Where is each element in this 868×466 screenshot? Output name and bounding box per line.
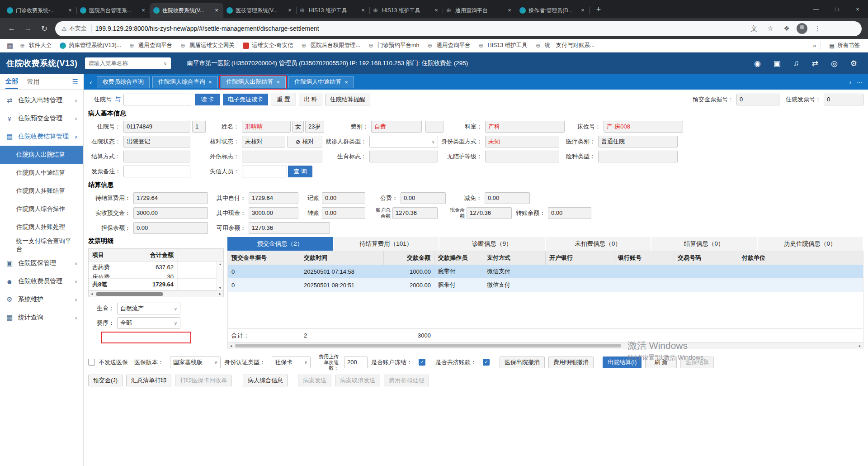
scroll-right-icon[interactable]: ► [857,344,863,347]
deposit-column-header[interactable]: 交款时间 [300,251,384,265]
invoice-row[interactable]: 共8笔 1729.64 [89,279,223,290]
deposit-receipt-input[interactable]: 0 [736,94,779,105]
filter-tab-all[interactable]: 全部 [5,74,18,89]
identity-mode-input[interactable]: 未知 [485,136,559,147]
dishonest-input[interactable] [242,166,287,177]
mutual-aid-checkbox[interactable]: ✓ [483,359,490,366]
no-send-insurance-checkbox[interactable] [88,359,95,366]
chevron-down-icon[interactable]: ∨ [163,61,167,67]
voice-icon[interactable]: ♫ [793,59,799,68]
scroll-left-icon[interactable]: ◄ [228,344,234,347]
cast-screen-icon[interactable]: ▣ [774,59,781,68]
sidebar-group-inout-transfer[interactable]: ⇄ 住院入出转管理 ∨ [0,91,83,109]
card-recycle-print-button[interactable]: 打印医保卡回收单 [175,375,232,386]
tabs-scroll-right-icon[interactable]: › [849,79,851,86]
tab-close-icon[interactable]: × [213,7,220,14]
bookmark-item[interactable]: 软件大全 [16,40,55,51]
browser-tab[interactable]: 住院收费系统(V... × [150,3,223,18]
refresh-icon[interactable]: ↻ [37,21,52,36]
settings-gear-icon[interactable]: ⚙ [850,59,857,68]
browser-tab[interactable]: HIS13 维护工具 × [297,3,370,18]
admission-no-input[interactable]: 01174849 [123,121,190,133]
security-chip[interactable]: ⚠ 不安全 [61,24,92,33]
out-dept-button[interactable]: 出 科 [299,94,322,105]
settle-reminder-button[interactable]: 住院结算提醒 [325,94,370,105]
baby-order-select[interactable]: 全部 ∨ [117,317,180,329]
ecert-read-card-button[interactable]: 电子凭证读卡 [223,94,268,105]
deposit-button[interactable]: 预交金(J) [88,375,123,386]
scroll-left-icon[interactable]: ◄ [89,292,95,295]
book-fee-input[interactable]: 0.00 [322,192,365,204]
bookmark-item[interactable]: HIS13 维护工具 [475,40,531,51]
account-frozen-checkbox[interactable]: ✓ [419,359,425,366]
apps-grid-icon[interactable]: ▦ [5,42,15,50]
self-pay-input[interactable]: 1729.64 [249,192,298,204]
received-deposit-input[interactable]: 3000.00 [133,207,208,219]
sidebar-group-insurance[interactable]: ▣ 住院医保管理 ∨ [0,254,83,272]
dept-input[interactable]: 产科 [485,121,565,133]
medical-type-input[interactable]: 普通住院 [598,136,678,147]
transfer-balance-input[interactable]: 0.00 [548,207,591,219]
detail-tab[interactable]: 未扣费信息（0） [546,237,651,251]
birth-select[interactable]: 自然流产 ∨ [117,303,180,314]
discharge-settle-button[interactable]: 出院结算(I) [603,357,642,368]
bookmark-item[interactable]: 黑盾运维安全网关 [177,40,238,51]
minimize-button[interactable]: — [806,0,826,18]
sidebar-subitem[interactable]: 住院病人综合操作 [0,200,83,218]
upload-count-input[interactable]: 200 [344,357,368,368]
deposit-column-header[interactable]: 交款操作员 [434,251,483,265]
monitor-icon[interactable]: ◎ [831,59,838,68]
settle-mode-input[interactable] [123,151,190,162]
detail-tab[interactable]: 结算信息（0） [651,237,757,251]
case-cancel-send-button[interactable]: 病案取消发送 [335,375,380,386]
name-input[interactable]: 邢晴晴 [242,121,291,133]
maximize-button[interactable]: □ [826,0,847,18]
menu-search-input[interactable] [89,60,162,67]
auth-type-select[interactable]: 社保卡 ∨ [272,357,311,368]
account-total-input[interactable]: 1270.36 [392,207,438,219]
filter-tab-common[interactable]: 常用 [27,74,40,89]
browser-menu-icon[interactable]: ⋮ [811,22,824,35]
browser-tab[interactable]: 操作者:管理员(D... × [516,3,590,18]
detail-tab[interactable]: 待结算费用（101） [334,237,439,251]
transfer-input[interactable]: 0.00 [322,207,365,219]
invoice-row[interactable]: 床位费 30 [89,273,223,279]
fee-detail-cancel-button[interactable]: 费用明细撤消 [548,357,594,368]
close-icon[interactable]: × [344,79,348,86]
sidebar-group-maintenance[interactable]: ⚙ 系统维护 ∨ [0,290,83,309]
browser-tab[interactable]: 医院后台管理系... × [77,3,150,18]
query-button[interactable]: 查 询 [288,166,312,177]
browser-tab[interactable]: HIS13 维护工具 × [370,3,443,18]
tab-close-icon[interactable]: × [579,7,586,14]
fee-type-input[interactable]: 自费 [371,121,422,133]
invoice-vertical-scrollbar[interactable]: ▲ ▼ [217,262,223,290]
cash-input[interactable]: 3000.00 [249,207,298,219]
sidebar-subitem[interactable]: 住院病人挂账处理 [0,218,83,236]
nav-open-tab[interactable]: 住院病人中途结算 × [288,76,354,88]
deposit-column-header[interactable]: 开户银行 [546,251,614,265]
sidebar-subitem[interactable]: 住院病人中途结算 [0,164,83,182]
forward-icon[interactable]: → [21,21,35,36]
check-status-input[interactable]: 未核对 [242,136,285,147]
scrollbar-thumb[interactable] [96,292,163,296]
tab-close-icon[interactable]: × [433,7,440,14]
omnibox[interactable]: ⚠ 不安全 199.9.129.29:8000/his-zysf-new/app… [55,21,862,36]
browser-tab[interactable]: 门诊收费系统-... × [4,3,77,18]
bookmark-item[interactable]: 门诊预约平台mh [365,40,423,51]
in-status-input[interactable]: 出院登记 [123,136,190,147]
tab-close-icon[interactable]: × [66,7,74,14]
bookmarks-overflow-icon[interactable]: » [813,42,816,49]
injury-flag-input[interactable] [242,151,322,162]
deposit-column-header[interactable]: 付款单位 [738,251,863,265]
escort-level-input[interactable] [485,151,559,162]
deposit-column-header[interactable]: 支付方式 [483,251,546,265]
patient-no-input[interactable] [123,94,191,105]
deposit-column-header[interactable]: 银行账号 [614,251,674,265]
case-send-button[interactable]: 病案发送 [298,375,331,386]
fee-type-extra-input[interactable] [425,121,443,133]
patient-info-button[interactable]: 病人综合信息 [243,375,288,386]
invoice-row[interactable]: 西药费 637.62 [89,262,223,273]
sidebar-subitem[interactable]: 统一支付综合查询平台 [0,236,83,254]
deposit-row[interactable]: 0 20250501 08:20:51 2000.00 腕带付 微信支付 [228,278,863,292]
check-button[interactable]: ⊘ 核对 [287,136,322,147]
